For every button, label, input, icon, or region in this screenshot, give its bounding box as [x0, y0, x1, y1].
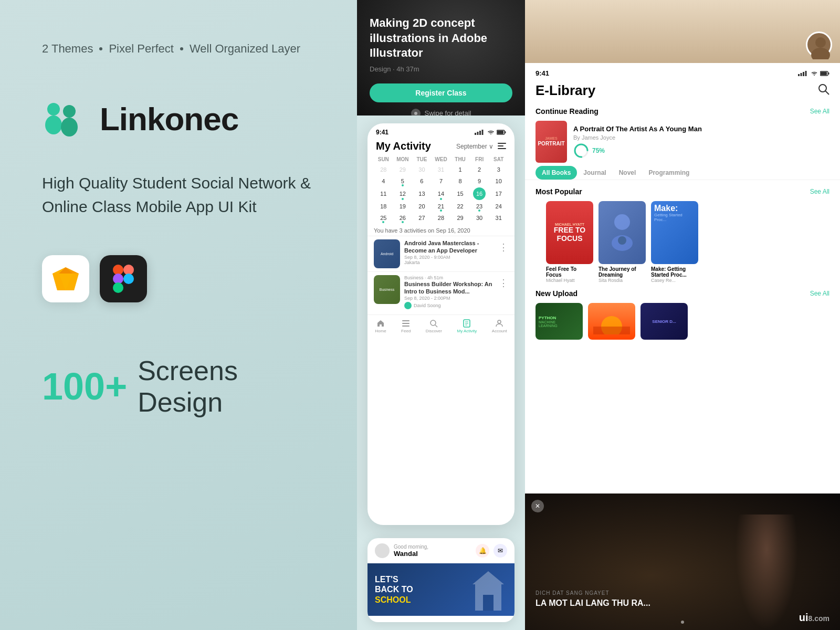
calendar-week: 18 19 20 21 22 23 24 [374, 201, 508, 212]
elib-title: E-Library [536, 82, 595, 99]
svg-rect-14 [113, 282, 123, 293]
svg-rect-46 [828, 72, 830, 75]
elib-signal [798, 71, 808, 76]
search-icon[interactable] [818, 83, 830, 98]
svg-point-54 [618, 236, 626, 245]
continue-reading-header: Continue Reading See All [536, 107, 830, 116]
battery-icon [497, 130, 506, 135]
svg-rect-17 [477, 132, 479, 135]
activity-item: Android Android Java Masterclass - Becom… [368, 236, 514, 271]
status-bar: 9:41 [368, 123, 514, 138]
tagline-layer: Well Organized Layer [190, 42, 300, 56]
svg-point-29 [430, 320, 436, 326]
new-upload-section: New Upload See All PYTHON MACHINE LEARNI… [525, 286, 840, 343]
activity-info-2: Business · 4h 51m Business Builder Works… [404, 275, 495, 309]
svg-rect-13 [123, 274, 134, 284]
see-all-popular[interactable]: See All [810, 188, 830, 195]
nav-feed[interactable]: Feed [401, 319, 411, 333]
nav-account[interactable]: Account [492, 319, 507, 333]
middle-col: Making 2D concept illustrations in Adobe… [357, 0, 525, 630]
sunset-art [593, 308, 630, 334]
see-all-reading[interactable]: See All [810, 108, 830, 115]
time: 9:41 [376, 129, 388, 136]
svg-line-30 [435, 325, 437, 327]
pop-book-title-3: Make: Getting Started Proc... [651, 266, 698, 278]
tab-programming[interactable]: Programming [642, 166, 696, 180]
svg-rect-19 [482, 130, 484, 135]
tools-section [42, 255, 315, 302]
cover-bg [525, 0, 840, 63]
svg-rect-28 [402, 326, 410, 327]
svg-rect-44 [805, 71, 807, 76]
more-icon-1[interactable]: ⋮ [499, 242, 508, 253]
book-cover: JAMES PORTRAIT [536, 121, 567, 163]
menu-icon [498, 143, 506, 150]
elib-wifi [811, 71, 818, 76]
svg-rect-25 [498, 148, 506, 149]
book-journey-cover [598, 201, 646, 264]
pop-book-author-2: Sita Rosdia [598, 278, 646, 283]
right-panel: Making 2D concept illustrations in Adobe… [357, 0, 840, 630]
nav-home[interactable]: Home [375, 319, 386, 333]
book-make-cover: Make: Getting Started Proc... [651, 201, 698, 264]
svg-rect-16 [475, 133, 476, 135]
pop-book-title-2: The Journey of Dreaming [598, 266, 646, 278]
video-title: LA MOT LAI LANG THU RA... [536, 598, 808, 609]
register-button[interactable]: Register Class [370, 83, 512, 102]
social-user: Good morning, Wandal [375, 543, 428, 558]
calendar-week: 11 12 13 14 15 16 17 [374, 187, 508, 200]
social-name: Wandal [394, 550, 428, 558]
tab-all-books[interactable]: All Books [536, 166, 577, 180]
social-avatar [375, 543, 390, 558]
activity-thumb-1: Android [374, 239, 400, 268]
nav-discover[interactable]: Discover [426, 319, 442, 333]
tab-journal[interactable]: Journal [577, 166, 612, 180]
svg-rect-24 [498, 145, 503, 146]
most-popular-title: Most Popular [536, 187, 582, 196]
pop-book-3: Make: Getting Started Proc... Make: Gett… [651, 201, 698, 283]
journey-illustration [606, 212, 638, 254]
message-icon[interactable]: ✉ [494, 544, 507, 558]
mockup-title: My Activity [376, 140, 431, 152]
screens-count: 100+ [42, 365, 127, 408]
social-top: Good morning, Wandal 🔔 ✉ [368, 538, 514, 563]
calendar-days-header: SUN MON TUE WED THU FRI SAT [374, 156, 508, 162]
brand-name: Linkonec [100, 100, 238, 138]
calendar-grid: SUN MON TUE WED THU FRI SAT 28 29 30 [368, 156, 514, 223]
elibrary-mockup: 9:41 [525, 63, 840, 494]
left-panel: 2 Themes Pixel Perfect Well Organized La… [0, 0, 357, 630]
book-author: By James Joyce [573, 134, 830, 141]
video-close[interactable]: ✕ [531, 500, 544, 512]
most-popular-section: Most Popular See All MICHAEL HYATT FREE … [525, 184, 840, 286]
video-subtitle: DICH DAT SANG NGAYET [536, 590, 808, 596]
elib-status: 9:41 [525, 63, 840, 80]
tab-novel[interactable]: Novel [613, 166, 643, 180]
header-right: September ∨ [456, 143, 506, 150]
tagline-pixel: Pixel Perfect [109, 42, 174, 56]
pop-book-2: The Journey of Dreaming Sita Rosdia [598, 201, 646, 283]
progress-label: 75% [592, 147, 605, 154]
book-focus-cover: MICHAEL HYATT FREE TO FOCUS [546, 201, 593, 264]
new-books: PYTHON MACHINE LEARNING [536, 303, 830, 340]
screens-label: Screens Design [138, 355, 315, 418]
nav-activity[interactable]: My Activity [457, 319, 477, 333]
notification-icon[interactable]: 🔔 [476, 544, 489, 558]
profile-cover [525, 0, 840, 63]
profile-pic [806, 32, 832, 58]
signal-icon [475, 130, 485, 135]
video-logo: ui8.com [799, 612, 830, 624]
svg-marker-37 [472, 571, 504, 584]
video-indicator [681, 621, 684, 624]
popular-books: MICHAEL HYATT FREE TO FOCUS Feel Free To… [536, 201, 830, 283]
more-icon-2[interactable]: ⋮ [499, 277, 508, 289]
svg-point-48 [819, 85, 826, 92]
svg-point-2 [63, 105, 76, 118]
svg-rect-56 [593, 327, 630, 334]
svg-rect-23 [498, 143, 506, 144]
book-title: A Portrait Of The Artist As A Young Man [573, 125, 830, 133]
pop-book-title-1: Feel Free To Focus [546, 266, 593, 278]
svg-point-3 [61, 118, 78, 136]
see-all-new[interactable]: See All [810, 290, 830, 297]
progress: 75% [573, 143, 830, 159]
pop-book-author-1: Michael Hyatt [546, 278, 593, 283]
